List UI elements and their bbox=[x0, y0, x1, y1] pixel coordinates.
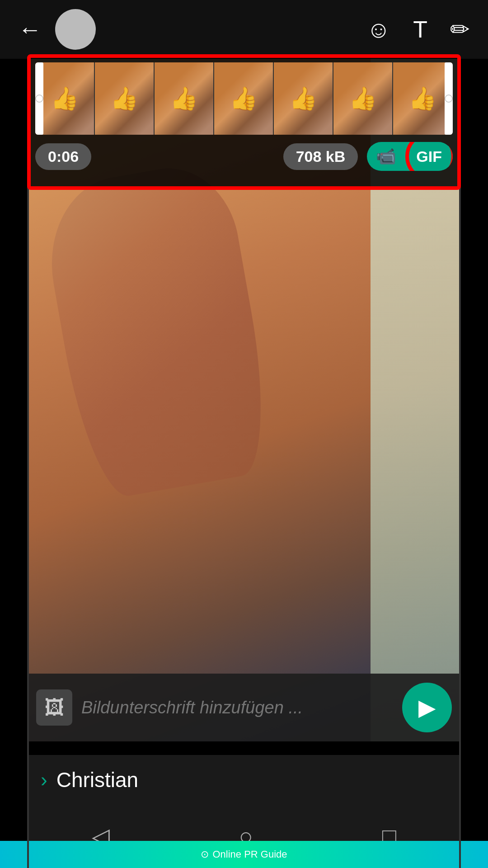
brand-bar: ⊙ Online PR Guide bbox=[0, 841, 488, 868]
caption-area: 🖼 ▶ bbox=[27, 674, 461, 741]
attach-button[interactable]: 🖼 bbox=[36, 689, 72, 726]
attach-icon: 🖼 bbox=[44, 696, 64, 719]
pencil-icon[interactable]: ✏ bbox=[450, 16, 470, 43]
brand-logo: ⊙ bbox=[201, 849, 209, 860]
highlight-box: 0:06 708 kB 📹 GIF bbox=[27, 54, 461, 190]
avatar bbox=[55, 9, 96, 50]
handle-dot-left bbox=[35, 94, 43, 103]
chevron-icon: › bbox=[41, 769, 47, 791]
hand-visual bbox=[37, 158, 279, 502]
duration-pill: 0:06 bbox=[35, 143, 91, 170]
film-thumb-6 bbox=[333, 62, 393, 135]
emoji-icon[interactable]: ☺ bbox=[366, 16, 390, 43]
video-gif-toggle[interactable]: 📹 GIF bbox=[367, 142, 453, 171]
video-toggle-btn[interactable]: 📹 bbox=[367, 147, 405, 166]
gif-toggle-btn[interactable]: GIF bbox=[405, 142, 453, 171]
text-icon[interactable]: T bbox=[413, 16, 427, 43]
send-icon: ▶ bbox=[418, 694, 436, 721]
film-thumb-5 bbox=[274, 62, 333, 135]
film-thumb-1 bbox=[35, 62, 95, 135]
handle-dot-right bbox=[445, 94, 453, 103]
film-thumb-2 bbox=[95, 62, 155, 135]
trim-handle-left[interactable] bbox=[35, 62, 43, 135]
back-button[interactable]: ← bbox=[18, 16, 42, 43]
brand-name: Online PR Guide bbox=[212, 849, 287, 860]
recipient-name: Christian bbox=[56, 768, 139, 792]
film-thumb-3 bbox=[155, 62, 214, 135]
videocam-icon: 📹 bbox=[376, 147, 396, 166]
film-thumb-7 bbox=[393, 62, 453, 135]
filesize-pill: 708 kB bbox=[283, 143, 358, 170]
recipient-area[interactable]: › Christian bbox=[27, 755, 461, 805]
filmstrip[interactable] bbox=[35, 62, 453, 135]
caption-input[interactable] bbox=[81, 698, 393, 717]
film-thumb-4 bbox=[214, 62, 274, 135]
top-icons: ☺ T ✏ bbox=[366, 16, 470, 43]
top-bar: ← ☺ T ✏ bbox=[0, 0, 488, 59]
info-bar: 0:06 708 kB 📹 GIF bbox=[35, 142, 453, 171]
send-button[interactable]: ▶ bbox=[402, 683, 452, 732]
trim-handle-right[interactable] bbox=[445, 62, 453, 135]
